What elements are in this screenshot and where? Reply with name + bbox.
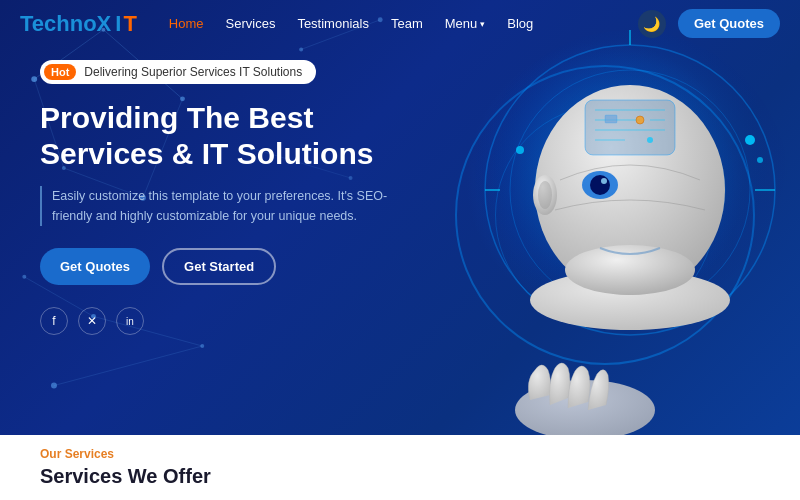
nav-actions: 🌙 Get Quotes — [638, 9, 780, 38]
robot-svg — [400, 0, 800, 435]
hot-badge-text: Delivering Superior Services IT Solution… — [84, 65, 302, 79]
linkedin-icon[interactable]: in — [116, 307, 144, 335]
nav-services[interactable]: Services — [226, 16, 276, 31]
bottom-section: Our Services Services We Offer — [0, 435, 800, 500]
svg-point-43 — [647, 137, 653, 143]
svg-point-49 — [745, 135, 755, 145]
navbar: TechnoX I T Home Services Testimonials T… — [0, 0, 800, 47]
nav-menu[interactable]: Menu ▾ — [445, 16, 486, 31]
dark-mode-toggle[interactable]: 🌙 — [638, 10, 666, 38]
nav-home[interactable]: Home — [169, 16, 204, 31]
social-icons: f ✕ in — [40, 307, 400, 335]
nav-links: Home Services Testimonials Team Menu ▾ B… — [169, 16, 638, 31]
svg-point-42 — [636, 116, 644, 124]
logo[interactable]: TechnoX I T — [20, 11, 139, 37]
hot-label: Hot — [44, 64, 76, 80]
robot-illustration — [390, 0, 800, 435]
hero-title-line1: Providing The Best — [40, 101, 313, 134]
chevron-down-icon: ▾ — [480, 19, 485, 29]
hero-section: Hot Delivering Superior Services IT Solu… — [0, 0, 800, 435]
hero-subtitle: Easily customize this template to your p… — [40, 186, 400, 226]
logo-it: I — [115, 11, 121, 37]
hero-title: Providing The Best Services & IT Solutio… — [40, 100, 400, 172]
svg-point-35 — [601, 178, 607, 184]
svg-point-34 — [590, 175, 610, 195]
hero-content: Hot Delivering Superior Services IT Solu… — [40, 60, 400, 335]
hero-get-started-button[interactable]: Get Started — [162, 248, 276, 285]
logo-text-blue: TechnoX — [20, 11, 111, 37]
nav-testimonials[interactable]: Testimonials — [297, 16, 369, 31]
hot-badge: Hot Delivering Superior Services IT Solu… — [40, 60, 316, 84]
twitter-x-icon[interactable]: ✕ — [78, 307, 106, 335]
hero-buttons: Get Quotes Get Started — [40, 248, 400, 285]
facebook-icon[interactable]: f — [40, 307, 68, 335]
logo-t: T — [123, 11, 136, 37]
nav-team[interactable]: Team — [391, 16, 423, 31]
svg-point-50 — [757, 157, 763, 163]
svg-rect-44 — [605, 115, 617, 123]
nav-get-quotes-button[interactable]: Get Quotes — [678, 9, 780, 38]
svg-line-20 — [54, 346, 202, 386]
our-services-label: Our Services — [40, 447, 760, 461]
services-we-offer-title: Services We Offer — [40, 465, 760, 488]
svg-point-51 — [516, 146, 524, 154]
svg-rect-36 — [585, 100, 675, 155]
hero-title-line2: Services & IT Solutions — [40, 137, 373, 170]
svg-point-47 — [565, 245, 695, 295]
svg-point-46 — [538, 181, 552, 209]
moon-icon: 🌙 — [643, 16, 660, 32]
hero-get-quotes-button[interactable]: Get Quotes — [40, 248, 150, 285]
nav-blog[interactable]: Blog — [507, 16, 533, 31]
